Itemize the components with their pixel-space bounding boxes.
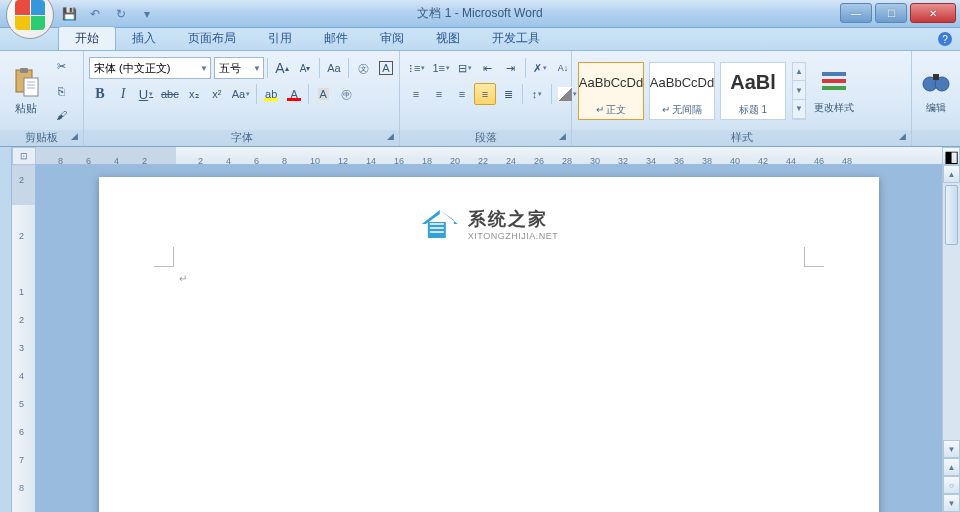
gallery-up-icon[interactable]: ▲ xyxy=(793,63,805,82)
justify-button[interactable]: ≡ xyxy=(474,83,496,105)
browse-object-icon[interactable]: ○ xyxy=(943,476,960,494)
group-styles-label: 样式◢ xyxy=(572,130,911,146)
paste-icon xyxy=(10,66,42,98)
font-name-combo[interactable]: 宋体 (中文正文)▼ xyxy=(89,57,211,79)
office-logo-icon xyxy=(15,0,45,30)
ruler-tick: 16 xyxy=(394,156,404,166)
tab-review[interactable]: 审阅 xyxy=(364,27,420,50)
undo-icon[interactable]: ↶ xyxy=(86,5,104,23)
line-spacing-button[interactable]: ↕▾ xyxy=(526,83,548,105)
group-editing-label xyxy=(912,130,960,146)
qat-more-icon[interactable]: ▾ xyxy=(138,5,156,23)
cn-layout-button[interactable]: ✗▾ xyxy=(529,57,551,79)
scroll-thumb[interactable] xyxy=(945,185,958,245)
ruler-toggle-icon[interactable]: ◧ xyxy=(942,147,960,165)
copy-button[interactable]: ⎘ xyxy=(50,80,72,102)
format-painter-button[interactable]: 🖌 xyxy=(50,104,72,126)
tab-page-layout[interactable]: 页面布局 xyxy=(172,27,252,50)
paragraph-launcher-icon[interactable]: ◢ xyxy=(556,131,568,143)
svg-rect-1 xyxy=(20,68,28,73)
underline-button[interactable]: U▾ xyxy=(135,83,157,105)
scroll-down-icon[interactable]: ▼ xyxy=(943,440,960,458)
char-shading-button[interactable]: A xyxy=(312,83,334,105)
save-icon[interactable]: 💾 xyxy=(60,5,78,23)
paste-label: 粘贴 xyxy=(15,101,37,116)
increase-indent-button[interactable]: ⇥ xyxy=(500,57,522,79)
char-border-button[interactable]: A xyxy=(375,57,397,79)
align-left-button[interactable]: ≡ xyxy=(405,83,427,105)
tab-view[interactable]: 视图 xyxy=(420,27,476,50)
style-no-spacing[interactable]: AaBbCcDd ↵ 无间隔 xyxy=(649,62,715,120)
ruler-tick: 30 xyxy=(590,156,600,166)
superscript-button[interactable]: x² xyxy=(206,83,228,105)
ruler-tick: 2 xyxy=(142,156,147,166)
highlight-button[interactable]: ab xyxy=(260,83,282,105)
style-heading1[interactable]: AaBl 标题 1 xyxy=(720,62,786,120)
tab-references[interactable]: 引用 xyxy=(252,27,308,50)
find-button[interactable]: 编辑 xyxy=(917,57,955,125)
tab-insert[interactable]: 插入 xyxy=(116,27,172,50)
paste-button[interactable]: 粘贴 xyxy=(5,57,47,125)
vruler-tick: 5 xyxy=(19,399,24,409)
quick-access-toolbar: 💾 ↶ ↻ ▾ xyxy=(60,5,156,23)
numbering-button[interactable]: 1≡▾ xyxy=(429,57,453,79)
strikethrough-button[interactable]: abc xyxy=(158,83,182,105)
vruler-tick: 2 xyxy=(19,175,24,185)
decrease-indent-button[interactable]: ⇤ xyxy=(477,57,499,79)
font-color-button[interactable]: A xyxy=(283,83,305,105)
align-center-button[interactable]: ≡ xyxy=(428,83,450,105)
subscript-button[interactable]: x₂ xyxy=(183,83,205,105)
close-button[interactable]: ✕ xyxy=(910,3,956,23)
horizontal-ruler[interactable]: 8642246810121416182022242628303234363840… xyxy=(36,147,942,165)
vertical-ruler[interactable]: 2212345678 xyxy=(12,165,36,512)
change-case-button[interactable]: Aa▾ xyxy=(229,83,253,105)
clear-format-button[interactable]: Aa xyxy=(323,57,345,79)
minimize-button[interactable]: — xyxy=(840,3,872,23)
distribute-button[interactable]: ≣ xyxy=(497,83,519,105)
ribbon: 粘贴 ✂ ⎘ 🖌 剪贴板◢ 宋体 (中文正文)▼ 五号▼ A▴ A▾ Aa ㉆ xyxy=(0,51,960,147)
maximize-button[interactable]: ☐ xyxy=(875,3,907,23)
document-workspace: ⊡ 86422468101214161820222426283032343638… xyxy=(0,147,960,512)
group-paragraph: ⫶≡▾ 1≡▾ ⊟▾ ⇤ ⇥ ✗▾ A↓ ¶ ≡ ≡ ≡ ≡ ≣ ↕▾ ▾ ▾ xyxy=(400,51,572,146)
redo-icon[interactable]: ↻ xyxy=(112,5,130,23)
page-container[interactable]: 系统之家 XITONGZHIJIA.NET ↵ xyxy=(36,165,942,512)
left-gutter xyxy=(0,147,12,512)
styles-launcher-icon[interactable]: ◢ xyxy=(896,131,908,143)
next-page-icon[interactable]: ▼ xyxy=(943,494,960,512)
tab-mailings[interactable]: 邮件 xyxy=(308,27,364,50)
group-font: 宋体 (中文正文)▼ 五号▼ A▴ A▾ Aa ㉆ A B I U▾ abc x… xyxy=(84,51,400,146)
scroll-track[interactable] xyxy=(943,183,960,440)
style-normal[interactable]: AaBbCcDd ↵ 正文 xyxy=(578,62,644,120)
ruler-tick: 22 xyxy=(478,156,488,166)
clipboard-launcher-icon[interactable]: ◢ xyxy=(68,131,80,143)
tab-home[interactable]: 开始 xyxy=(58,26,116,50)
sort-button[interactable]: A↓ xyxy=(552,57,574,79)
scroll-up-icon[interactable]: ▲ xyxy=(943,165,960,183)
watermark: 系统之家 XITONGZHIJIA.NET xyxy=(420,207,558,241)
cut-button[interactable]: ✂ xyxy=(50,56,72,78)
italic-button[interactable]: I xyxy=(112,83,134,105)
bullets-button[interactable]: ⫶≡▾ xyxy=(405,57,428,79)
ruler-corner[interactable]: ⊡ xyxy=(12,147,36,165)
ruler-tick: 46 xyxy=(814,156,824,166)
shrink-font-button[interactable]: A▾ xyxy=(294,57,316,79)
font-size-combo[interactable]: 五号▼ xyxy=(214,57,264,79)
font-launcher-icon[interactable]: ◢ xyxy=(384,131,396,143)
vertical-scrollbar[interactable]: ▲ ▼ ▲ ○ ▼ xyxy=(942,165,960,512)
svg-rect-8 xyxy=(933,74,939,80)
change-styles-button[interactable]: 更改样式 xyxy=(809,57,859,125)
help-icon[interactable]: ? xyxy=(938,32,952,46)
group-styles: AaBbCcDd ↵ 正文 AaBbCcDd ↵ 无间隔 AaBl 标题 1 ▲… xyxy=(572,51,912,146)
grow-font-button[interactable]: A▴ xyxy=(271,57,293,79)
document-page[interactable]: 系统之家 XITONGZHIJIA.NET ↵ xyxy=(99,177,879,512)
tab-developer[interactable]: 开发工具 xyxy=(476,27,556,50)
gallery-down-icon[interactable]: ▼ xyxy=(793,81,805,100)
gallery-more-icon[interactable]: ▼ xyxy=(793,100,805,119)
phonetic-button[interactable]: ㉆ xyxy=(352,57,374,79)
prev-page-icon[interactable]: ▲ xyxy=(943,458,960,476)
enclose-char-button[interactable]: ㊥ xyxy=(335,83,357,105)
align-right-button[interactable]: ≡ xyxy=(451,83,473,105)
bold-button[interactable]: B xyxy=(89,83,111,105)
ruler-tick: 18 xyxy=(422,156,432,166)
multilevel-button[interactable]: ⊟▾ xyxy=(454,57,476,79)
